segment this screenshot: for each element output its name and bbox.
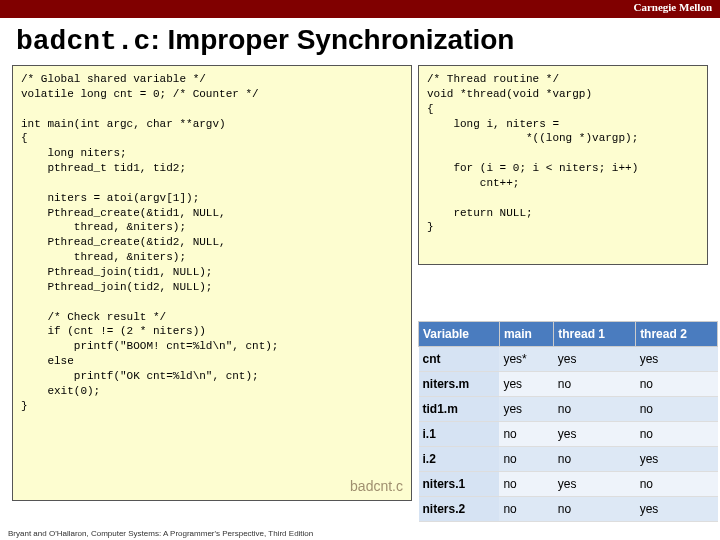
- cell-value: yes: [499, 397, 553, 422]
- title-code: badcnt.c: [16, 26, 150, 57]
- cell-value: no: [554, 447, 636, 472]
- table-row: niters.2nonoyes: [419, 497, 718, 522]
- th-thread1: thread 1: [554, 322, 636, 347]
- table-row: niters.myesnono: [419, 372, 718, 397]
- cell-value: no: [554, 497, 636, 522]
- cell-value: no: [636, 372, 718, 397]
- cell-variable: niters.m: [419, 372, 500, 397]
- cell-value: no: [499, 422, 553, 447]
- cell-value: no: [636, 472, 718, 497]
- cell-variable: niters.1: [419, 472, 500, 497]
- cell-value: no: [499, 472, 553, 497]
- table-row: tid1.myesnono: [419, 397, 718, 422]
- code-left-text: /* Global shared variable */ volatile lo…: [21, 73, 278, 412]
- cell-value: no: [554, 372, 636, 397]
- cell-value: yes: [636, 497, 718, 522]
- table-header-row: Variable main thread 1 thread 2: [419, 322, 718, 347]
- cell-variable: tid1.m: [419, 397, 500, 422]
- footer-text: Bryant and O'Hallaron, Computer Systems:…: [8, 529, 313, 538]
- table-row: cntyes*yesyes: [419, 347, 718, 372]
- cell-value: no: [636, 397, 718, 422]
- table-row: i.1noyesno: [419, 422, 718, 447]
- table-row: i.2nonoyes: [419, 447, 718, 472]
- cell-variable: niters.2: [419, 497, 500, 522]
- th-thread2: thread 2: [636, 322, 718, 347]
- cell-variable: i.1: [419, 422, 500, 447]
- cell-value: yes: [636, 447, 718, 472]
- title-rest: : Improper Synchronization: [150, 24, 514, 55]
- cell-value: yes*: [499, 347, 553, 372]
- table-row: niters.1noyesno: [419, 472, 718, 497]
- cell-variable: cnt: [419, 347, 500, 372]
- cell-variable: i.2: [419, 447, 500, 472]
- brand-label: Carnegie Mellon: [633, 1, 712, 13]
- cell-value: yes: [554, 472, 636, 497]
- variable-table: Variable main thread 1 thread 2 cntyes*y…: [418, 321, 718, 522]
- file-tag: badcnt.c: [350, 477, 403, 496]
- code-right-text: /* Thread routine */ void *thread(void *…: [427, 73, 638, 233]
- cell-value: yes: [554, 347, 636, 372]
- cell-value: yes: [499, 372, 553, 397]
- th-main: main: [499, 322, 553, 347]
- th-variable: Variable: [419, 322, 500, 347]
- cell-value: no: [636, 422, 718, 447]
- header-bar: Carnegie Mellon: [0, 0, 720, 18]
- cell-value: no: [554, 397, 636, 422]
- cell-value: no: [499, 497, 553, 522]
- cell-value: no: [499, 447, 553, 472]
- code-left: /* Global shared variable */ volatile lo…: [12, 65, 412, 501]
- code-right: /* Thread routine */ void *thread(void *…: [418, 65, 708, 265]
- cell-value: yes: [554, 422, 636, 447]
- cell-value: yes: [636, 347, 718, 372]
- slide-title: badcnt.c: Improper Synchronization: [0, 18, 720, 65]
